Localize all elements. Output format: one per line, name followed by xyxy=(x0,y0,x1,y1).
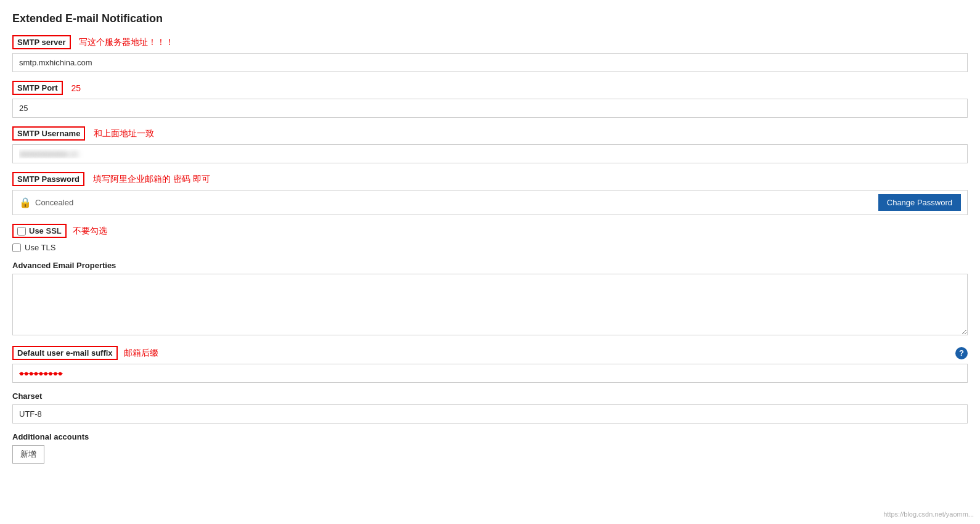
add-account-button[interactable]: 新增 xyxy=(12,445,44,464)
concealed-text: Concealed xyxy=(35,198,878,207)
help-icon[interactable]: ? xyxy=(955,347,968,359)
smtp-password-annotation: 填写阿里企业邮箱的 密码 即可 xyxy=(93,174,210,185)
use-ssl-checkbox[interactable] xyxy=(17,227,26,235)
default-suffix-group: Default user e-mail suffix 邮箱后缀 ? xyxy=(12,346,968,383)
default-suffix-label: Default user e-mail suffix xyxy=(12,346,118,360)
smtp-server-group: SMTP server 写这个服务器地址！！！ xyxy=(12,35,968,72)
smtp-port-label: SMTP Port xyxy=(12,81,63,95)
use-tls-checkbox[interactable] xyxy=(12,244,21,252)
smtp-server-label: SMTP server xyxy=(12,35,71,49)
default-suffix-input[interactable] xyxy=(12,364,968,383)
use-ssl-box: Use SSL xyxy=(12,224,67,238)
advanced-email-group: Advanced Email Properties xyxy=(12,261,968,337)
advanced-email-label: Advanced Email Properties xyxy=(12,261,968,270)
smtp-port-group: SMTP Port 25 xyxy=(12,81,968,118)
additional-accounts-label: Additional accounts xyxy=(12,432,968,441)
smtp-password-group: SMTP Password 填写阿里企业邮箱的 密码 即可 🔒 Conceale… xyxy=(12,172,968,215)
charset-label: Charset xyxy=(12,391,968,401)
smtp-port-input[interactable] xyxy=(12,99,968,118)
smtp-username-annotation: 和上面地址一致 xyxy=(94,128,154,139)
smtp-password-label: SMTP Password xyxy=(12,172,84,186)
use-ssl-annotation: 不要勾选 xyxy=(73,226,107,237)
use-ssl-label: Use SSL xyxy=(29,226,62,235)
suffix-header: Default user e-mail suffix 邮箱后缀 ? xyxy=(12,346,968,360)
use-ssl-wrapper: Use SSL 不要勾选 xyxy=(12,224,968,238)
use-tls-label: Use TLS xyxy=(25,243,55,252)
charset-group: Charset xyxy=(12,391,968,424)
smtp-username-label: SMTP Username xyxy=(12,126,85,141)
smtp-server-input[interactable] xyxy=(12,53,968,72)
advanced-email-textarea[interactable] xyxy=(12,274,968,335)
change-password-button[interactable]: Change Password xyxy=(878,194,961,211)
smtp-port-annotation: 25 xyxy=(71,83,81,93)
lock-icon: 🔒 xyxy=(19,197,31,208)
smtp-password-row: 🔒 Concealed Change Password xyxy=(12,190,968,215)
smtp-username-input[interactable] xyxy=(12,144,968,163)
page-title: Extended E-mail Notification xyxy=(12,12,968,25)
default-suffix-annotation: 邮箱后缀 xyxy=(124,348,158,359)
smtp-server-annotation: 写这个服务器地址！！！ xyxy=(79,37,174,48)
charset-input[interactable] xyxy=(12,404,968,424)
smtp-username-group: SMTP Username 和上面地址一致 xyxy=(12,126,968,163)
additional-accounts-group: Additional accounts 新增 xyxy=(12,432,968,464)
use-tls-row: Use TLS xyxy=(12,243,968,252)
